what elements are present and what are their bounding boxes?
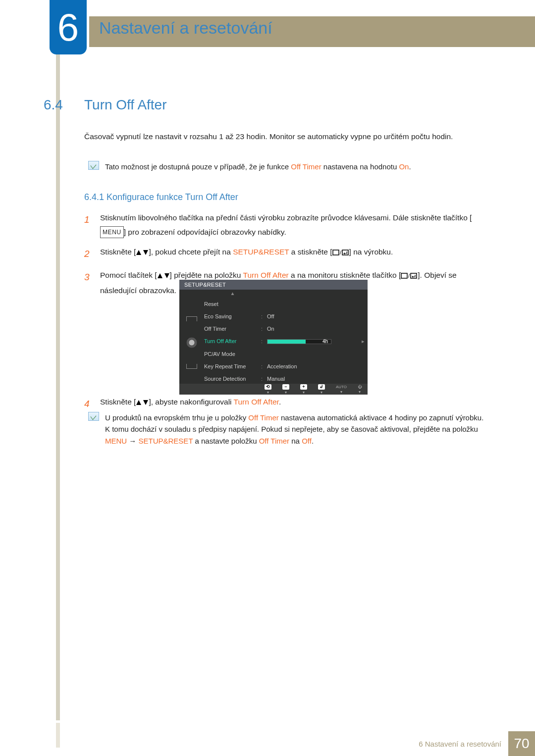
up-down-icon <box>136 248 149 256</box>
osd-footer-enter-icon: ↲▾ <box>318 384 325 395</box>
svg-marker-13 <box>143 400 148 405</box>
note2-e: . <box>312 437 314 445</box>
step-2-num: 2 <box>84 245 91 262</box>
osd-footer: ⟲▾ −▾ +▾ ↲▾ AUTO▾ ⏻▾ <box>179 384 368 395</box>
osd-colon <box>261 348 267 360</box>
step-3-num: 3 <box>84 268 91 298</box>
step-3-hl: Turn Off After <box>243 271 289 279</box>
note1-mid: nastavena na hodnotu <box>321 162 399 171</box>
note-2: U produktů na evropském trhu je u položk… <box>88 412 490 447</box>
note1-post: . <box>409 162 411 171</box>
osd-row-label: PC/AV Mode <box>204 348 261 360</box>
step-2-d: ] na výrobku. <box>349 248 393 256</box>
osd-body: Reset Eco Saving:Off Off Timer:On Turn O… <box>179 297 368 385</box>
svg-marker-5 <box>343 252 345 254</box>
note2-c: a nastavte položku <box>193 437 259 445</box>
section-title: Turn Off After <box>84 97 167 113</box>
step-1-body: Stisknutím libovolného tlačítka na předn… <box>100 211 490 239</box>
osd-arrow <box>359 322 368 335</box>
intro-paragraph: Časovač vypnutí lze nastavit v rozsahu 1… <box>84 130 490 144</box>
step-3-b: ] přejděte na položku <box>170 271 243 279</box>
step-4: 4 Stiskněte [], abyste nakonfigurovali T… <box>84 395 490 412</box>
osd-title: SETUP&RESET <box>179 280 368 290</box>
osd-arrow <box>359 348 368 360</box>
svg-marker-0 <box>136 250 141 255</box>
svg-marker-6 <box>158 273 162 278</box>
source-enter-icon: / <box>401 269 418 284</box>
osd-footer-plus-icon: +▾ <box>300 384 307 395</box>
osd-footer-auto-label: AUTO <box>336 385 347 389</box>
step-1: 1 Stisknutím libovolného tlačítka na pře… <box>84 211 490 239</box>
osd-arrow <box>359 372 368 385</box>
up-down-icon <box>157 271 170 279</box>
osd-footer-auto: AUTO▾ <box>336 385 347 394</box>
osd-scroll-up-icon: ▲ <box>204 290 261 297</box>
osd-slider: 4h <box>267 339 331 344</box>
step-2-a: Stiskněte [ <box>100 248 136 256</box>
chapter-title: Nastavení a resetování <box>99 18 272 38</box>
osd-row-value: Manual <box>267 372 359 385</box>
source-enter-icon: / <box>332 246 349 260</box>
note2-hl2: MENU <box>105 437 127 445</box>
note1-hl2: On <box>399 162 409 171</box>
osd-footer-power-icon: ⏻▾ <box>358 385 362 394</box>
osd-colon <box>261 298 267 310</box>
note-1: Tato možnost je dostupná pouze v případě… <box>88 161 490 172</box>
svg-marker-11 <box>412 276 413 278</box>
step-4-b: ], abyste nakonfigurovali <box>149 398 233 406</box>
step-4-c: . <box>279 398 281 406</box>
osd-row-label: Reset <box>204 298 261 310</box>
svg-rect-2 <box>333 250 339 255</box>
left-margin-bar-bottom <box>56 723 60 748</box>
osd-row-label: Key Repeat Time <box>204 360 261 372</box>
osd-footer-back-icon: ⟲▾ <box>265 384 271 395</box>
step-4-a: Stiskněte [ <box>100 398 136 406</box>
osd-row-value: Acceleration <box>267 360 359 372</box>
step-2: 2 Stiskněte [], pokud chcete přejít na S… <box>84 245 490 262</box>
svg-text:/: / <box>340 250 342 255</box>
osd-row-value: On <box>267 322 359 335</box>
chapter-number-badge: 6 <box>50 0 87 54</box>
bracket-icon <box>186 316 197 321</box>
subsection-title: 6.4.1 Konfigurace funkce Turn Off After <box>84 192 238 202</box>
svg-text:/: / <box>408 273 410 279</box>
step-4-num: 4 <box>84 395 91 412</box>
note-icon <box>88 412 99 421</box>
svg-rect-8 <box>401 273 407 278</box>
section-number: 6.4 <box>44 97 63 113</box>
step-2-hl: SETUP&RESET <box>233 248 289 256</box>
osd-slider-fill <box>268 340 306 344</box>
svg-marker-12 <box>136 400 141 405</box>
osd-row-label: Eco Saving <box>204 310 261 322</box>
note1-hl1: Off Timer <box>291 162 321 171</box>
osd-arrow-right-icon: ▸ <box>359 335 368 348</box>
note2-hl5: Off <box>302 437 312 445</box>
note-1-text: Tato možnost je dostupná pouze v případě… <box>105 161 411 172</box>
step-4-body: Stiskněte [], abyste nakonfigurovali Tur… <box>100 395 490 412</box>
step-1-b: ] pro zobrazení odpovídající obrazovky n… <box>124 228 286 236</box>
footer-page-number: 70 <box>508 731 535 756</box>
step-1-num: 1 <box>84 211 91 239</box>
osd-screenshot: SETUP&RESET ▲ Reset Eco Saving:Off Off T… <box>179 280 368 395</box>
osd-colon: : <box>261 335 267 348</box>
osd-row-label: Source Detection <box>204 372 261 385</box>
step-4-hl: Turn Off After <box>234 398 279 406</box>
note2-a: U produktů na evropském trhu je u položk… <box>105 413 248 422</box>
osd-row-value-slider: 4h <box>267 335 359 348</box>
note-2-text: U produktů na evropském trhu je u položk… <box>105 412 490 447</box>
step-3-c: a na monitoru stiskněte tlačítko [ <box>289 271 401 279</box>
footer-chapter-text: 6 Nastavení a resetování <box>419 740 508 748</box>
note2-d: na <box>289 437 302 445</box>
note1-pre: Tato možnost je dostupná pouze v případě… <box>105 162 291 171</box>
svg-marker-7 <box>164 273 169 278</box>
svg-rect-10 <box>411 273 417 278</box>
osd-colon: : <box>261 322 267 335</box>
step-3-a: Pomocí tlačítek [ <box>100 271 157 279</box>
step-2-c: a stiskněte [ <box>289 248 332 256</box>
osd-row-value <box>267 348 359 360</box>
osd-footer-minus-icon: −▾ <box>282 384 289 395</box>
gear-icon <box>185 336 198 349</box>
note2-arrow: → <box>127 437 138 445</box>
note-icon <box>88 161 99 170</box>
step-2-body: Stiskněte [], pokud chcete přejít na SET… <box>100 245 490 262</box>
